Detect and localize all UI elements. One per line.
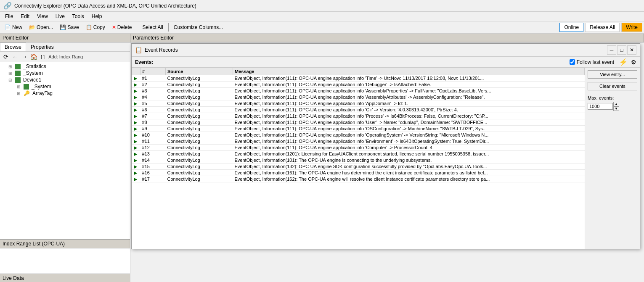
- select-all-button[interactable]: Select All: [139, 23, 166, 32]
- table-row[interactable]: ▶ #3 ConnectivityLog EventObject, Inform…: [132, 88, 585, 94]
- row-message: EventObject, Information(111): OPC-UA en…: [233, 107, 585, 113]
- browse-toolbar: ⟳ ← → 🏠 [ ] Add: Index Rang: [0, 52, 130, 62]
- home-icon[interactable]: 🏠: [29, 53, 38, 61]
- add-index-range-icon[interactable]: [ ]: [39, 53, 47, 61]
- browse-tabs: Browse Properties: [0, 42, 130, 52]
- settings-icon[interactable]: ⚙: [631, 59, 636, 66]
- filter-icon[interactable]: ⚡: [619, 58, 628, 66]
- expand-icon: ⊞: [8, 64, 13, 69]
- table-row[interactable]: ▶ #15 ConnectivityLog EventObject, Infor…: [132, 163, 585, 170]
- max-events-input[interactable]: 1000: [588, 103, 613, 110]
- title-text: Connectivity Explorer (OPC Data Access a…: [14, 3, 196, 9]
- table-row[interactable]: ▶ #4 ConnectivityLog EventObject, Inform…: [132, 94, 585, 100]
- follow-last-event-label: Follow last event: [577, 59, 614, 65]
- index-range-header: Index Range List (OPC-UA): [0, 239, 130, 248]
- row-arrow: ▶: [132, 132, 140, 138]
- row-num: #1: [140, 75, 166, 82]
- dialog-close-button[interactable]: ✕: [627, 45, 636, 55]
- toolbar: 📄 New 📂 Open... 💾 Save 📋 Copy ✕ Delete S…: [0, 21, 644, 34]
- row-source: ConnectivityLog: [166, 157, 233, 163]
- list-item[interactable]: ⊞ _System: [1, 70, 129, 76]
- tab-browse[interactable]: Browse: [0, 42, 26, 51]
- row-message: EventObject, Information(111): OPC-UA en…: [233, 88, 585, 94]
- row-num: #5: [140, 100, 166, 107]
- customize-columns-button[interactable]: Customize Columns...: [171, 23, 226, 32]
- folder-icon: [24, 84, 29, 90]
- table-row[interactable]: ▶ #17 ConnectivityLog EventObject, Infor…: [132, 176, 585, 182]
- dialog-maximize-button[interactable]: □: [617, 45, 626, 55]
- event-sidebar: View entry... Clear events Max. events: …: [585, 68, 640, 249]
- event-dialog-titlebar: 📋 Event Records ─ □ ✕: [132, 44, 640, 57]
- row-num: #7: [140, 113, 166, 119]
- menu-bar: File Edit View Live Tools Help: [0, 12, 644, 21]
- table-row[interactable]: ▶ #2 ConnectivityLog EventObject, Inform…: [132, 82, 585, 88]
- row-arrow: ▶: [132, 138, 140, 145]
- spinner-up-button[interactable]: ▲: [613, 102, 619, 106]
- table-row[interactable]: ▶ #13 ConnectivityLog EventObject, Infor…: [132, 151, 585, 157]
- row-arrow: ▶: [132, 113, 140, 119]
- forward-icon[interactable]: →: [20, 53, 29, 61]
- event-content: # Source Message ▶ #1 ConnectivityLog Ev…: [132, 68, 640, 249]
- menu-edit[interactable]: Edit: [17, 13, 33, 20]
- spinner-down-button[interactable]: ▼: [613, 106, 619, 111]
- menu-file[interactable]: File: [2, 13, 16, 20]
- new-button[interactable]: 📄 New: [2, 23, 25, 32]
- row-message: EventObject, Information(111): OPC-UA en…: [233, 75, 585, 82]
- event-dialog-titlebar-left: 📋 Event Records: [135, 47, 178, 53]
- tree-area: ⊞ _Statistics ⊞ _System ⊟ Device1 ⊞ _Sys…: [0, 62, 130, 239]
- tab-properties[interactable]: Properties: [26, 42, 58, 51]
- table-row[interactable]: ▶ #1 ConnectivityLog EventObject, Inform…: [132, 75, 585, 82]
- table-row[interactable]: ▶ #14 ConnectivityLog EventObject, Infor…: [132, 157, 585, 163]
- row-source: ConnectivityLog: [166, 94, 233, 100]
- list-item[interactable]: ⊟ Device1: [1, 76, 129, 83]
- row-source: ConnectivityLog: [166, 176, 233, 182]
- delete-button[interactable]: ✕ Delete: [109, 23, 135, 32]
- event-table-body: ▶ #1 ConnectivityLog EventObject, Inform…: [132, 75, 585, 182]
- folder-icon: [15, 71, 21, 76]
- copy-button[interactable]: 📋 Copy: [83, 23, 108, 32]
- expand-icon: ⊞: [16, 91, 21, 96]
- table-row[interactable]: ▶ #9 ConnectivityLog EventObject, Inform…: [132, 126, 585, 132]
- table-row[interactable]: ▶ #7 ConnectivityLog EventObject, Inform…: [132, 113, 585, 119]
- save-button[interactable]: 💾 Save: [57, 23, 82, 32]
- refresh-icon[interactable]: ⟳: [2, 53, 10, 61]
- menu-tools[interactable]: Tools: [69, 13, 87, 20]
- list-item[interactable]: ⊞ _Statistics: [1, 63, 129, 70]
- follow-last-event-checkbox[interactable]: [570, 59, 575, 65]
- list-item[interactable]: ⊞ _System: [1, 83, 129, 90]
- table-row[interactable]: ▶ #6 ConnectivityLog EventObject, Inform…: [132, 107, 585, 113]
- row-source: ConnectivityLog: [166, 126, 233, 132]
- follow-last-event-control[interactable]: Follow last event: [570, 59, 614, 65]
- main-area: Browse Properties ⟳ ← → 🏠 [ ] Add: Index…: [0, 42, 644, 282]
- open-button[interactable]: 📂 Open...: [26, 23, 56, 32]
- row-arrow: ▶: [132, 163, 140, 170]
- table-row[interactable]: ▶ #12 ConnectivityLog EventObject, Infor…: [132, 145, 585, 151]
- bracket-icon: [ ]: [41, 54, 45, 59]
- row-arrow: ▶: [132, 100, 140, 107]
- online-button[interactable]: Online: [559, 23, 583, 32]
- row-message: EventObject, Information(111): OPC-UA en…: [233, 113, 585, 119]
- table-row[interactable]: ▶ #16 ConnectivityLog EventObject, Infor…: [132, 170, 585, 176]
- row-message: EventObject, Information(111): OPC-UA en…: [233, 82, 585, 88]
- list-item[interactable]: ⊞ 🔑 ArrayTag: [1, 90, 129, 97]
- table-row[interactable]: ▶ #10 ConnectivityLog EventObject, Infor…: [132, 132, 585, 138]
- event-table-area[interactable]: # Source Message ▶ #1 ConnectivityLog Ev…: [132, 68, 585, 249]
- max-events-label: Max. events:: [588, 95, 637, 100]
- dialog-minimize-button[interactable]: ─: [607, 45, 616, 55]
- event-dialog: 📋 Event Records ─ □ ✕ Events: Follow las…: [131, 43, 640, 249]
- view-entry-button[interactable]: View entry...: [588, 70, 637, 79]
- live-data-header: Live Data: [0, 274, 130, 282]
- table-row[interactable]: ▶ #8 ConnectivityLog EventObject, Inform…: [132, 119, 585, 126]
- max-events-spinner: 1000 ▲ ▼: [588, 102, 637, 111]
- table-row[interactable]: ▶ #5 ConnectivityLog EventObject, Inform…: [132, 100, 585, 107]
- menu-view[interactable]: View: [34, 13, 51, 20]
- clear-events-button[interactable]: Clear events: [588, 82, 637, 90]
- table-row[interactable]: ▶ #11 ConnectivityLog EventObject, Infor…: [132, 138, 585, 145]
- menu-live[interactable]: Live: [52, 13, 68, 20]
- menu-help[interactable]: Help: [88, 13, 106, 20]
- back-icon[interactable]: ←: [11, 53, 19, 61]
- toolbar-separator-2: [168, 23, 169, 32]
- row-message: EventObject, Information(111): OPC-UA en…: [233, 119, 585, 126]
- release-all-button[interactable]: Release All: [585, 23, 620, 32]
- write-button[interactable]: Write: [621, 23, 642, 32]
